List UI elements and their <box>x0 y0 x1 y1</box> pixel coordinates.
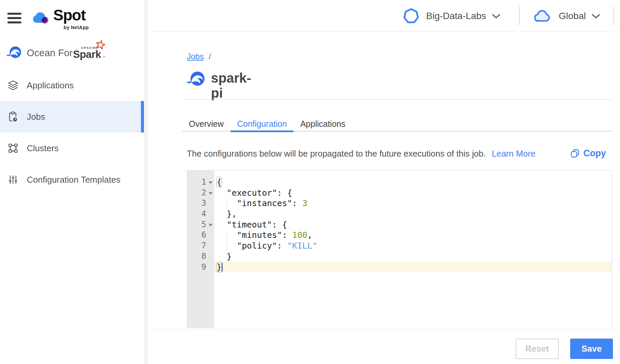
gutter-line-number-7: 7 <box>187 241 214 251</box>
gutter-line-number-4: 4 <box>187 209 214 219</box>
code-line-1: { <box>214 177 612 188</box>
spot-byline: by NetApp <box>64 25 89 30</box>
copy-icon <box>570 149 579 158</box>
region-name-label: Global <box>559 11 586 21</box>
tab-configuration[interactable]: Configuration <box>230 117 294 131</box>
org-switcher[interactable]: Big-Data-Labs <box>403 7 500 25</box>
gutter-line-number-8: 8 <box>187 251 214 262</box>
code-token: }, <box>217 209 237 219</box>
spot-logo[interactable]: Spot by NetApp <box>31 7 105 31</box>
header-divider <box>519 6 520 25</box>
code-token: { <box>217 177 222 187</box>
code-token-string: "KILL" <box>287 241 317 251</box>
page-title: spark-pi <box>211 71 251 101</box>
apache-spark-logo: APACHE Spark ™ <box>73 40 110 59</box>
jobs-clipboard-icon <box>7 111 19 122</box>
code-token: , <box>307 230 312 240</box>
chevron-down-icon <box>592 14 600 19</box>
clusters-icon <box>7 143 19 154</box>
copy-label: Copy <box>584 148 606 159</box>
code-line-3: "instances": 3 <box>214 198 612 209</box>
heptagon-icon <box>403 8 419 24</box>
gutter-line-number-3: 3 <box>187 198 214 209</box>
code-line-8: } <box>214 251 612 262</box>
sidebar-item-applications[interactable]: Applications <box>0 70 144 101</box>
save-button[interactable]: Save <box>570 339 613 359</box>
code-token: } <box>217 262 222 272</box>
tab-bar: OverviewConfigurationApplications <box>182 117 612 131</box>
text-cursor <box>222 263 223 272</box>
configuration-description-row: The configurations below will be propaga… <box>187 149 612 160</box>
sliders-icon <box>7 174 19 185</box>
tab-applications[interactable]: Applications <box>294 117 352 131</box>
code-token: "timeout": { <box>217 220 287 230</box>
configuration-description: The configurations below will be propaga… <box>187 149 486 158</box>
code-line-2: "executor": { <box>214 188 612 198</box>
top-header: Big-Data-Labs Global <box>148 0 620 32</box>
breadcrumb: Jobs / <box>187 52 211 61</box>
sidebar-scrollbar-track[interactable] <box>144 0 148 364</box>
gutter-line-number-2: 2 <box>187 188 214 198</box>
code-line-4: }, <box>214 209 612 219</box>
code-line-7: "policy": "KILL" <box>214 241 612 251</box>
sidebar-nav: ApplicationsJobsClustersConfiguration Te… <box>0 70 144 195</box>
gutter-line-number-1: 1 <box>187 177 214 188</box>
copy-button[interactable]: Copy <box>570 148 606 159</box>
spark-trademark: ™ <box>102 56 105 59</box>
sidebar-item-configuration-templates[interactable]: Configuration Templates <box>0 164 144 195</box>
sidebar-item-label: Configuration Templates <box>27 175 121 185</box>
chevron-down-icon <box>492 14 500 19</box>
reset-button[interactable]: Reset <box>516 339 559 359</box>
spark-label: Spark <box>73 49 101 61</box>
breadcrumb-jobs-link[interactable]: Jobs <box>187 52 204 61</box>
code-token: "instances": <box>217 198 302 208</box>
footer-divider <box>144 328 620 328</box>
code-token: } <box>217 252 232 261</box>
ocean-for-label: Ocean For <box>27 48 73 59</box>
code-token: "policy": <box>217 241 287 251</box>
code-line-5: "timeout": { <box>214 219 612 230</box>
hamburger-menu-icon[interactable] <box>7 13 21 24</box>
tab-overview[interactable]: Overview <box>187 117 230 131</box>
code-token: "minutes": <box>217 230 292 240</box>
sidebar-item-label: Jobs <box>27 112 45 122</box>
main-area: Big-Data-Labs Global Jobs / <box>148 0 620 364</box>
gutter-line-number-9: 9 <box>187 262 214 273</box>
fold-arrow-icon[interactable] <box>209 181 213 184</box>
sidebar: Spot by NetApp Ocean For APACHE Spark ™ … <box>0 0 144 364</box>
sidebar-item-label: Applications <box>27 80 74 91</box>
sidebar-item-label: Clusters <box>27 143 59 154</box>
editor-code[interactable]: { "executor": { "instances": 3 }, "timeo… <box>214 171 612 272</box>
fold-arrow-icon[interactable] <box>209 192 213 195</box>
spot-cloud-icon <box>31 10 51 25</box>
fold-arrow-icon[interactable] <box>209 224 213 226</box>
region-switcher[interactable]: Global <box>532 7 600 25</box>
cloud-icon <box>532 9 552 23</box>
code-token: "executor": { <box>217 188 292 198</box>
code-token-number: 3 <box>302 198 307 208</box>
ocean-for-spark-header[interactable]: Ocean For APACHE Spark ™ <box>6 39 117 60</box>
ocean-wave-icon <box>186 71 205 87</box>
header-divider <box>613 6 614 25</box>
editor-gutter: 123456789 <box>187 171 214 328</box>
title-divider <box>182 99 612 100</box>
code-line-9: } <box>214 262 612 273</box>
ocean-wave-icon <box>6 46 21 59</box>
page-content: Jobs / spark-pi OverviewConfigurationApp… <box>187 32 612 364</box>
sidebar-item-clusters[interactable]: Clusters <box>0 132 144 164</box>
json-configuration-editor[interactable]: 123456789 { "executor": { "instances": 3… <box>187 170 612 328</box>
code-line-6: "minutes": 100, <box>214 230 612 241</box>
spot-wordmark: Spot <box>53 6 85 24</box>
code-token-number: 100 <box>292 230 307 240</box>
gutter-line-number-5: 5 <box>187 219 214 230</box>
sidebar-item-jobs[interactable]: Jobs <box>0 101 144 132</box>
gutter-line-number-6: 6 <box>187 230 214 241</box>
learn-more-link[interactable]: Learn More <box>492 149 535 158</box>
org-name-label: Big-Data-Labs <box>426 11 486 21</box>
active-item-indicator <box>141 101 144 132</box>
layers-icon <box>7 80 19 91</box>
breadcrumb-separator: / <box>209 52 211 61</box>
